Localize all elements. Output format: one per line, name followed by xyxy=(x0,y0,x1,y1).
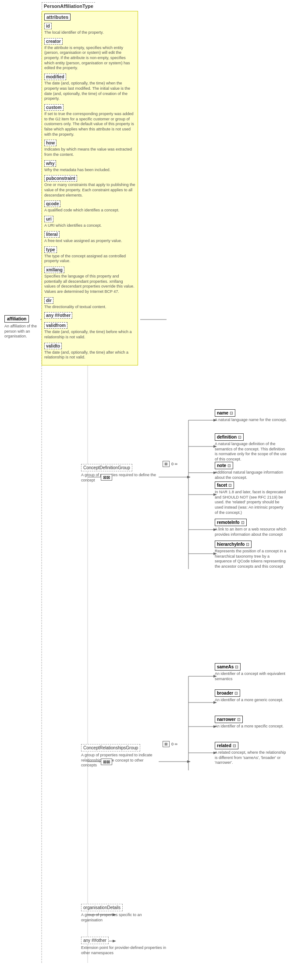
right-item-icon-hierarchyInfo: ⊡ xyxy=(246,542,249,547)
right-item-icon-definition: ⊡ xyxy=(238,435,241,439)
right-item-icon-broader: ⊡ xyxy=(234,691,238,695)
attr-desc-8: A URI which identifies a concept. xyxy=(44,223,135,228)
concept-rel-group-desc: A group of properties required to indica… xyxy=(81,753,158,768)
right-item-icon-narrower: ⊡ xyxy=(237,717,241,722)
svg-marker-6 xyxy=(187,476,191,478)
affiliation-box: affiliation An affiliation of the person… xyxy=(4,315,39,339)
right-item-label-facet: facet⊡ xyxy=(215,481,234,489)
attr-desc-14: The date (and, optionally, the time) bef… xyxy=(44,330,135,340)
right-item-label-broader: broader⊡ xyxy=(215,689,240,697)
attributes-list: idThe local identifier of the property.c… xyxy=(44,23,135,360)
attr-item-pubconstraint: pubconstraintOne or many constraints tha… xyxy=(44,175,135,198)
attr-desc-7: A qualified code which identifies a conc… xyxy=(44,208,135,213)
right-item-icon-facet: ⊡ xyxy=(228,483,232,488)
attr-desc-12: The directionality of textual content. xyxy=(44,305,135,310)
right-item-desc-narrower: An identifier of a more specific concept… xyxy=(215,724,287,729)
attr-item-custom: customIf set to true the corresponding p… xyxy=(44,104,135,137)
right-item-note: note⊡Additional natural language informa… xyxy=(215,462,291,480)
attr-item-how: howIndicates by which means the value wa… xyxy=(44,140,135,157)
attr-item-why: whyWhy the metadata has been included. xyxy=(44,160,135,173)
attr-item-any##other: any ##other xyxy=(44,312,135,320)
attr-desc-1: If the attribute is empty, specifies whi… xyxy=(44,46,135,71)
attr-desc-6: One or many constraints that apply to pu… xyxy=(44,183,135,198)
right-item-label-remoteInfo: remoteInfo⊡ xyxy=(215,519,247,526)
attr-item-dir: dirThe directionality of textual content… xyxy=(44,297,135,310)
attributes-title: attributes xyxy=(44,14,71,21)
attr-name-5: why xyxy=(44,160,56,167)
attr-item-validfrom: validfromThe date (and, optionally, the … xyxy=(44,322,135,340)
right-item-label-related: related⊡ xyxy=(215,742,238,749)
attr-name-3: custom xyxy=(44,104,64,111)
right-item-definition: definition⊡A natural language definition… xyxy=(215,433,291,462)
cdg-connector: ⊠⊠ xyxy=(101,474,112,481)
attr-item-modified: modifiedThe date (and, optionally, the t… xyxy=(44,74,135,102)
attr-item-validto: validtoThe date (and, optionally, the ti… xyxy=(44,343,135,360)
attr-name-4: how xyxy=(44,140,57,146)
right-item-desc-name: A natural language name for the concept. xyxy=(215,418,287,423)
attr-name-14: validfrom xyxy=(44,322,67,329)
right-item-narrower: narrower⊡An identifier of a more specifi… xyxy=(215,716,291,729)
right-item-desc-facet: In NAR 1.8 and later, facet is deprecate… xyxy=(215,490,287,515)
attr-item-literal: literalA free-text value assigned as pro… xyxy=(44,231,135,244)
right-item-broader: broader⊡An identifier of a more generic … xyxy=(215,689,291,703)
right-item-name: name⊡A natural language name for the con… xyxy=(215,409,291,423)
attr-desc-11: Specifies the language of this property … xyxy=(44,274,135,295)
right-item-sameAs: sameAs⊡An identifier of a concept with e… xyxy=(215,663,291,681)
attr-desc-0: The local identifier of the property. xyxy=(44,30,135,35)
right-item-icon-name: ⊡ xyxy=(230,411,233,415)
attr-name-7: qcode xyxy=(44,200,60,207)
attr-name-12: dir xyxy=(44,297,53,304)
right-item-desc-related: A related concept, where the relationshi… xyxy=(215,750,287,766)
attr-desc-10: The type of the concept assigned as cont… xyxy=(44,254,135,264)
right-item-related: related⊡A related concept, where the rel… xyxy=(215,742,291,766)
right-item-icon-note: ⊡ xyxy=(227,464,231,468)
attr-item-type: typeThe type of the concept assigned as … xyxy=(44,246,135,264)
right-item-label-name: name⊡ xyxy=(215,409,235,417)
attr-name-0: id xyxy=(44,23,52,29)
attr-name-13: any ##other xyxy=(44,312,72,319)
org-details-desc: A group of properties specific to an org… xyxy=(81,913,158,923)
org-details-box: organisationDetails A group of propertie… xyxy=(81,904,158,923)
right-item-facet: facet⊡In NAR 1.8 and later, facet is dep… xyxy=(215,481,291,515)
right-item-remoteInfo: remoteInfo⊡A link to an item or a web re… xyxy=(215,519,291,537)
right-item-desc-definition: A natural language definition of the sem… xyxy=(215,442,287,462)
attr-desc-4: Indicates by which means the value was e… xyxy=(44,147,135,157)
attr-item-xmllang: xmllangSpecifies the language of this pr… xyxy=(44,267,135,295)
attr-name-11: xmllang xyxy=(44,267,64,273)
right-item-desc-sameAs: An identifier of a concept with equivale… xyxy=(215,671,287,681)
svg-marker-21 xyxy=(187,760,191,763)
attr-item-qcode: qcodeA qualified code which identifies a… xyxy=(44,200,135,213)
any-other-bottom-desc: Extension point for provider-defined pro… xyxy=(81,945,169,955)
right-item-label-definition: definition⊡ xyxy=(215,433,244,441)
attr-name-10: type xyxy=(44,246,57,253)
any-other-bottom-box: any ##other Extension point for provider… xyxy=(81,937,169,955)
right-item-desc-note: Additional natural language information … xyxy=(215,470,287,480)
attr-name-6: pubconstraint xyxy=(44,175,77,182)
concept-rel-group-label: ConceptRelationshipsGroup xyxy=(81,744,140,752)
crg-connector: ⊠⊠ xyxy=(101,759,112,765)
right-item-icon-sameAs: ⊡ xyxy=(235,665,238,669)
attr-desc-15: The date (and, optionally, the time) aft… xyxy=(44,350,135,360)
org-details-label: organisationDetails xyxy=(81,904,123,911)
right-item-desc-broader: An identifier of a more generic concept. xyxy=(215,698,287,703)
affiliation-label: affiliation xyxy=(4,315,29,323)
concept-def-group-label: ConceptDefinitionGroup xyxy=(81,464,132,471)
attr-name-2: modified xyxy=(44,74,66,80)
attr-name-9: literal xyxy=(44,231,60,238)
right-item-icon-remoteInfo: ⊡ xyxy=(241,520,245,525)
attr-desc-2: The date (and, optionally, the time) whe… xyxy=(44,81,135,102)
right-item-desc-hierarchyInfo: Represents the position of a concept in … xyxy=(215,549,287,569)
attr-desc-5: Why the metadata has been included. xyxy=(44,168,135,173)
right-item-label-hierarchyInfo: hierarchyInfo⊡ xyxy=(215,541,252,548)
diagram-title: PersonAffiliationType xyxy=(42,2,95,10)
attr-name-8: uri xyxy=(44,216,53,222)
right-item-desc-remoteInfo: A link to an item or a web resource whic… xyxy=(215,527,287,537)
right-item-label-sameAs: sameAs⊡ xyxy=(215,663,241,671)
right-item-label-narrower: narrower⊡ xyxy=(215,716,243,723)
affiliation-desc: An affiliation of the person with an org… xyxy=(4,324,39,339)
concept-def-group: ConceptDefinitionGroup A group of proper… xyxy=(81,464,158,483)
cdg-multiplicity: ⊠ 0 ∞ xyxy=(163,462,177,466)
concept-rel-group: ConceptRelationshipsGroup A group of pro… xyxy=(81,744,158,768)
attr-desc-3: If set to true the corresponding propert… xyxy=(44,112,135,137)
attr-item-creator: creatorIf the attribute is empty, specif… xyxy=(44,38,135,71)
